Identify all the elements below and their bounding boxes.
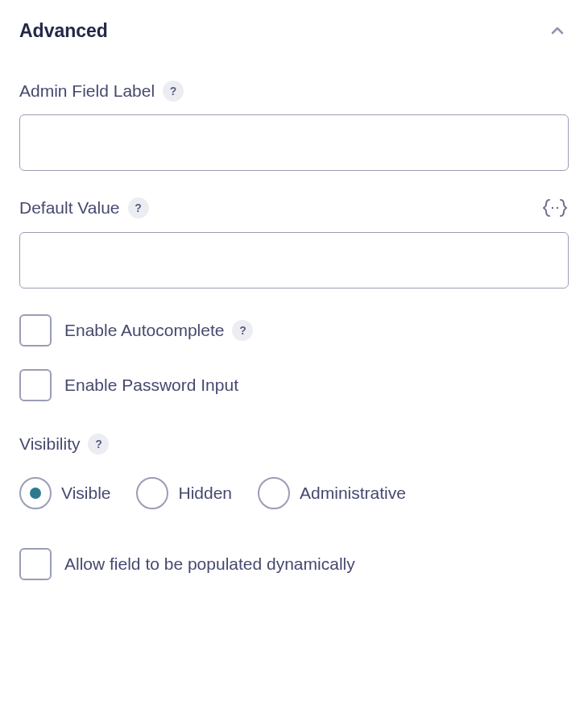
help-icon[interactable]: ? xyxy=(128,197,149,218)
admin-field-label-input[interactable] xyxy=(19,114,569,171)
radio-hidden[interactable] xyxy=(136,477,168,509)
help-icon[interactable]: ? xyxy=(232,320,253,341)
svg-point-0 xyxy=(552,207,553,209)
admin-field-label-group: Admin Field Label ? xyxy=(19,81,569,171)
radio-administrative[interactable] xyxy=(258,477,290,509)
radio-administrative-label: Administrative xyxy=(300,484,406,503)
help-icon[interactable]: ? xyxy=(163,81,184,102)
visibility-option-hidden[interactable]: Hidden xyxy=(136,477,232,509)
visibility-option-administrative[interactable]: Administrative xyxy=(258,477,406,509)
radio-hidden-label: Hidden xyxy=(178,484,232,503)
default-value-input[interactable] xyxy=(19,232,569,289)
chevron-up-icon[interactable] xyxy=(546,19,569,42)
visibility-option-visible[interactable]: Visible xyxy=(19,477,110,509)
section-title: Advanced xyxy=(19,20,108,42)
enable-autocomplete-label: Enable Autocomplete xyxy=(64,321,224,340)
enable-autocomplete-checkbox[interactable] xyxy=(19,314,52,347)
admin-field-label-text: Admin Field Label xyxy=(19,81,155,101)
radio-visible-label: Visible xyxy=(61,484,110,503)
section-header: Advanced xyxy=(19,19,569,42)
radio-visible[interactable] xyxy=(19,477,52,509)
enable-password-input-row: Enable Password Input xyxy=(19,369,569,401)
help-icon[interactable]: ? xyxy=(88,434,109,455)
svg-point-1 xyxy=(557,207,558,209)
enable-password-input-label: Enable Password Input xyxy=(64,376,238,395)
enable-password-input-checkbox[interactable] xyxy=(19,369,52,401)
enable-autocomplete-row: Enable Autocomplete ? xyxy=(19,314,569,347)
visibility-section: Visibility ? Visible Hidden Administrati… xyxy=(19,434,569,509)
default-value-label: Default Value xyxy=(19,198,120,218)
allow-dynamic-population-label: Allow field to be populated dynamically xyxy=(64,554,355,574)
merge-tag-icon[interactable] xyxy=(541,197,569,219)
allow-dynamic-population-row: Allow field to be populated dynamically xyxy=(19,548,569,580)
default-value-group: Default Value ? xyxy=(19,197,569,289)
allow-dynamic-population-checkbox[interactable] xyxy=(19,548,52,580)
visibility-radio-group: Visible Hidden Administrative xyxy=(19,477,569,509)
visibility-label: Visibility xyxy=(19,434,80,454)
